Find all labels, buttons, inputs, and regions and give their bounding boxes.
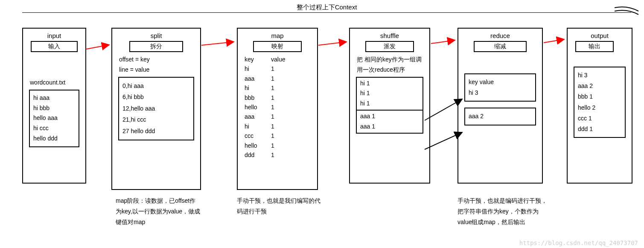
map-note: 手动干预，也就是我们编写的代码进行干预 [237,195,322,217]
shuffle-row: aaa 1 [360,111,419,122]
arrow-map-shuffle [318,42,347,45]
map-key: hi [245,122,271,131]
input-line: hello aaa [33,113,75,123]
map-header-val: value [271,55,286,64]
shuffle-row: hi 1 [360,99,419,109]
input-filename: wordcount.txt [30,78,79,88]
map-val: 1 [271,74,286,83]
split-line: 12,hello aaa [122,103,190,114]
map-key: hi [245,64,271,73]
reduce-group2: aaa 2 [464,108,536,125]
output-line: hi 3 [578,70,621,81]
stage-map-sub: 映射 [253,41,302,52]
stage-split-sub: 拆分 [129,41,183,52]
stage-reduce-title: reduce [458,32,542,39]
shuffle-row: hi 1 [360,79,419,89]
output-line: hello 2 [578,102,621,113]
watermark: https://blog.csdn.net/qq_24073707 [519,239,638,246]
map-val: 1 [271,131,286,140]
arrow-aaa-group [425,132,462,149]
output-line: bbb 1 [578,91,621,102]
title-underline [22,12,631,13]
stage-output-sub: 输出 [575,41,614,52]
stage-shuffle-sub: 派发 [365,41,414,52]
input-line: hello ddd [33,134,75,144]
diagram-title-row: 整个过程上下Context [22,3,631,13]
stage-output-title: output [568,32,632,39]
map-val: 1 [271,93,286,102]
input-line: hi ccc [33,123,75,134]
split-meta-line: line = value [119,65,193,75]
map-key: aaa [245,112,271,121]
map-row: ccc1 [245,131,310,140]
shuffle-group1: hi 1 hi 1 hi 1 [356,77,423,111]
split-data: 0,hi aaa 6,hi bbb 12,hello aaa 21,hi ccc… [118,77,194,140]
map-val: 1 [271,141,286,150]
map-key: aaa [245,74,271,83]
map-row: hi1 [245,122,310,131]
map-row: hello1 [245,102,310,112]
map-row: aaa1 [245,74,310,83]
input-line: hi aaa [33,93,75,103]
stage-reduce: reduce 缩减 key value hi 3 aaa 2 [458,28,543,184]
map-val: 1 [271,150,286,160]
map-header-key: key [245,55,271,64]
reduce-note: 手动干预，也就是编码进行干预，把字符串值作为key，个数作为value组成map… [458,195,547,228]
map-key: hi [245,83,271,93]
map-val: 1 [271,122,286,131]
shuffle-group2: aaa 1 aaa 1 [356,111,423,134]
stage-input-sub: 输入 [31,41,78,52]
output-line: ccc 1 [578,113,621,124]
map-row: hi1 [245,83,310,93]
map-val: 1 [271,102,286,112]
reduce-row: hi 3 [469,88,532,98]
stage-split: split 拆分 offset = key line = value 0,hi … [111,28,201,190]
split-meta: offset = key line = value [119,55,193,75]
arrow-input-split [86,45,109,49]
stage-input: input 输入 wordcount.txt hi aaa hi bbb hel… [22,28,86,184]
map-row: hello1 [245,141,310,150]
stage-shuffle: shuffle 派发 把 相同的key作为一组调用一次reduce程序 hi 1… [349,28,430,184]
map-key: hello [245,141,271,150]
stage-split-title: split [112,32,200,39]
shuffle-row: hi 1 [360,88,419,99]
output-line: ddd 1 [578,124,621,134]
map-header: key value hi1aaa1hi1bbb1hello1aaa1hi1ccc… [245,55,310,160]
split-line: 21,hi ccc [122,114,190,125]
map-val: 1 [271,83,286,93]
stage-map: map 映射 key value hi1aaa1hi1bbb1hello1aaa… [237,28,318,190]
split-line: 6,hi bbb [122,91,190,103]
split-note: map阶段：读数据，已offset作为key,以一行数据为value，做成键值对… [116,195,201,228]
stage-map-title: map [238,32,317,39]
map-row: ddd1 [245,150,310,160]
split-line: 27 hello ddd [122,125,190,137]
stage-output: output 输出 hi 3 aaa 2 bbb 1 hello 2 ccc 1… [567,28,632,184]
map-row: aaa1 [245,112,310,121]
reduce-group1: key value hi 3 [464,73,536,102]
stage-shuffle-title: shuffle [350,32,429,39]
output-line: aaa 2 [578,81,621,91]
map-key: ccc [245,131,271,140]
split-line: 0,hi aaa [122,80,190,92]
arrow-shuffle-reduce [431,40,455,44]
reduce-row: aaa 2 [469,111,532,122]
arrow-reduce-output [544,39,564,43]
map-key: hello [245,102,271,112]
input-file-content: hi aaa hi bbb hello aaa hi ccc hello ddd [29,90,79,147]
diagram-title: 整个过程上下Context [22,3,631,12]
stage-reduce-sub: 缩减 [474,41,527,52]
map-row: hi1 [245,64,310,73]
map-val: 1 [271,64,286,73]
output-data: hi 3 aaa 2 bbb 1 hello 2 ccc 1 ddd 1 [574,67,626,138]
map-key: bbb [245,93,271,102]
reduce-header: key value [469,77,532,88]
input-line: hi bbb [33,103,75,114]
map-val: 1 [271,112,286,121]
map-row: bbb1 [245,93,310,102]
split-meta-line: offset = key [119,55,193,65]
arrow-hi-group [425,99,462,120]
shuffle-row: aaa 1 [360,122,419,132]
arrow-split-map [201,42,234,45]
map-rows: hi1aaa1hi1bbb1hello1aaa1hi1ccc1hello1ddd… [245,64,310,160]
map-key: ddd [245,150,271,160]
